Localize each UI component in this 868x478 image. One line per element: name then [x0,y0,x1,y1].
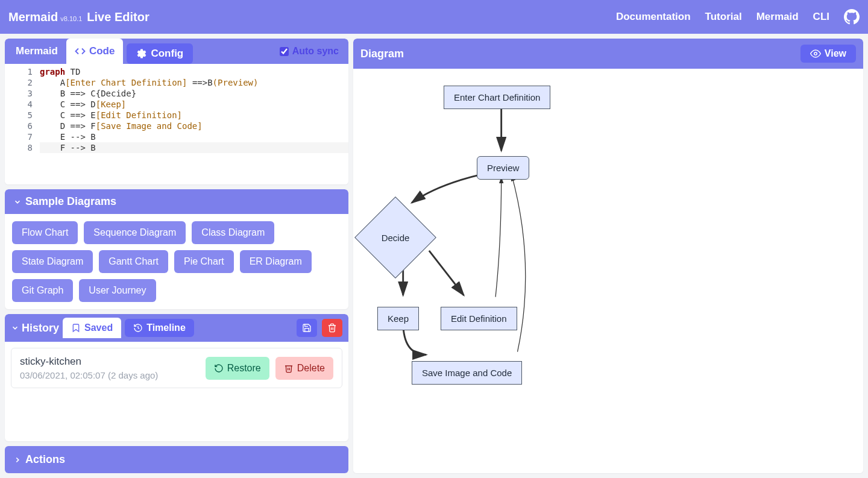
tab-config-label: Config [151,48,183,60]
sample-gantt-chart[interactable]: Gantt Chart [99,250,168,273]
node-c[interactable]: Decide [366,209,424,266]
node-d[interactable]: Keep [377,307,419,330]
history-action-icons [297,319,342,337]
code-line[interactable]: A[Enter Chart Definition] ==>B(Preview) [40,77,348,88]
node-a[interactable]: Enter Chart Definition [444,86,550,109]
history-tab-saved-label: Saved [84,322,113,333]
diagram-canvas[interactable]: Enter Chart Definition Preview Decide Ke… [353,69,863,473]
samples-body: Flow Chart Sequence Diagram Class Diagra… [5,214,348,309]
view-button[interactable]: View [800,45,856,63]
sample-state-diagram[interactable]: State Diagram [12,250,93,273]
node-e[interactable]: Edit Definition [441,307,517,330]
history-panel: History Saved Timeline [5,314,348,441]
view-label: View [825,48,846,59]
code-editor[interactable]: 1 2 3 4 5 6 7 8 graph TD A[Enter Chart D… [5,64,348,184]
tab-code[interactable]: Code [66,39,124,64]
history-item: sticky-kitchen 03/06/2021, 02:05:07 (2 d… [11,348,342,388]
history-tab-timeline[interactable]: Timeline [125,319,194,337]
code-line[interactable]: C ==> D[Keep] [40,99,348,110]
autosync-checkbox[interactable] [280,47,289,56]
nav-link-tutorial[interactable]: Tutorial [705,11,742,23]
editor-panel: Mermaid Code Config Auto sync 1 2 [5,39,348,184]
brand-version: v8.10.1 [60,15,82,22]
svg-point-0 [814,52,817,55]
history-tab-timeline-label: Timeline [146,322,186,333]
code-lines[interactable]: graph TD A[Enter Chart Definition] ==>B(… [40,64,348,184]
bookmark-icon [71,323,81,333]
sample-class-diagram[interactable]: Class Diagram [192,221,274,244]
line-number: 3 [5,88,33,99]
line-gutter: 1 2 3 4 5 6 7 8 [5,64,40,184]
delete-all-button[interactable] [322,319,342,337]
tab-mermaid-label: Mermaid [11,39,63,64]
node-c-label: Decide [382,233,410,243]
node-d-label: Keep [388,313,409,324]
node-f[interactable]: Save Image and Code [412,361,522,385]
autosync-label: Auto sync [292,46,339,57]
history-item-meta: 03/06/2021, 02:05:07 (2 days ago) [20,370,158,380]
code-line[interactable]: D ==> F[Save Image and Code] [40,121,348,131]
nav-link-documentation[interactable]: Documentation [616,11,691,23]
nav-links: Documentation Tutorial Mermaid CLI [616,9,860,25]
nav-link-cli[interactable]: CLI [813,11,829,23]
sample-flow-chart[interactable]: Flow Chart [12,221,78,244]
delete-label: Delete [297,363,325,374]
delete-button[interactable]: Delete [275,357,333,380]
diagram-edges [353,69,863,473]
sample-er-diagram[interactable]: ER Diagram [240,250,312,273]
samples-header[interactable]: Sample Diagrams [5,189,348,214]
sample-pie-chart[interactable]: Pie Chart [174,250,234,273]
samples-title: Sample Diagrams [25,195,116,208]
restore-button[interactable]: Restore [206,357,269,380]
autosync-toggle[interactable]: Auto sync [280,46,339,57]
brand-subtitle: Live Editor [87,10,149,24]
line-number: 1 [5,66,33,77]
history-item-actions: Restore Delete [206,357,333,380]
history-icon [133,323,143,333]
actions-panel-collapsed[interactable]: Actions [5,446,348,473]
history-tab-saved[interactable]: Saved [63,318,121,338]
eye-icon [810,48,821,59]
tab-code-label: Code [89,45,115,57]
line-number: 5 [5,110,33,121]
line-number: 4 [5,99,33,110]
line-number: 6 [5,121,33,131]
trash-icon [284,363,294,373]
actions-title: Actions [25,453,65,466]
node-a-label: Enter Chart Definition [454,92,540,102]
chevron-down-icon [13,198,22,206]
line-number: 2 [5,77,33,88]
code-line[interactable]: graph TD [40,66,348,77]
history-item-info: sticky-kitchen 03/06/2021, 02:05:07 (2 d… [20,356,158,380]
code-line[interactable]: F --> B [40,142,348,153]
node-e-label: Edit Definition [451,313,507,324]
undo-icon [214,363,224,373]
tab-config[interactable]: Config [127,43,193,64]
top-navbar: Mermaid v8.10.1 Live Editor Documentatio… [0,0,868,34]
sample-user-journey[interactable]: User Journey [79,279,156,302]
nav-link-mermaid[interactable]: Mermaid [756,11,799,23]
github-icon[interactable] [844,9,860,25]
diagram-header: Diagram View [353,39,863,69]
editor-header: Mermaid Code Config Auto sync [5,39,348,64]
code-line[interactable]: B ==> C{Decide} [40,88,348,99]
restore-label: Restore [227,363,261,374]
line-number: 7 [5,131,33,142]
samples-panel: Sample Diagrams Flow Chart Sequence Diag… [5,189,348,309]
code-line[interactable]: C ==> E[Edit Definition] [40,110,348,121]
node-f-label: Save Image and Code [422,368,512,378]
sample-sequence-diagram[interactable]: Sequence Diagram [84,221,186,244]
save-all-button[interactable] [297,319,317,337]
sample-git-graph[interactable]: Git Graph [12,279,73,302]
gear-icon [136,48,147,59]
history-item-name: sticky-kitchen [20,356,158,368]
trash-icon [327,323,337,333]
svg-line-3 [429,251,464,295]
node-b[interactable]: Preview [477,156,529,180]
history-title-block[interactable]: History [11,322,59,335]
diagram-panel: Diagram View [353,39,863,473]
code-line[interactable]: E --> B [40,131,348,142]
line-number: 8 [5,142,33,153]
chevron-down-icon [11,324,19,332]
code-icon [75,46,86,57]
